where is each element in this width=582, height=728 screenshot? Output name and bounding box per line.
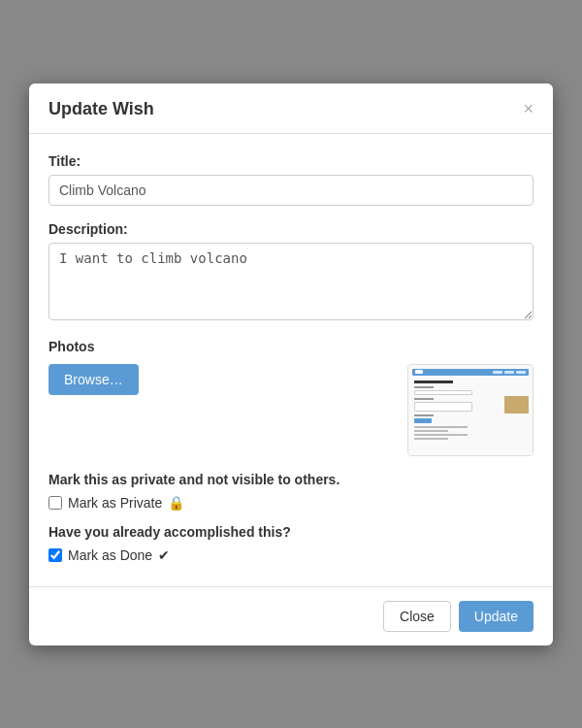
- mini-line-4: [414, 438, 448, 440]
- mini-link-2: [504, 371, 514, 374]
- accomplished-label: Have you already accomplished this?: [48, 524, 534, 540]
- mini-content: [412, 379, 529, 444]
- mini-text-lines: [414, 426, 527, 440]
- update-button[interactable]: Update: [459, 601, 534, 632]
- mini-line-2: [414, 430, 448, 432]
- mini-field-label-1: [414, 386, 434, 388]
- mini-line-3: [414, 434, 468, 436]
- title-input[interactable]: [48, 175, 534, 206]
- close-button[interactable]: Close: [383, 601, 451, 632]
- photos-row: Browse…: [48, 364, 534, 456]
- private-label: Mark this as private and not visible to …: [48, 472, 534, 487]
- private-checkbox[interactable]: [48, 496, 62, 510]
- checkmark-icon: ✔: [158, 547, 170, 563]
- private-checkbox-row: Mark as Private 🔒: [48, 495, 534, 511]
- mini-nav: [493, 371, 526, 374]
- browse-button[interactable]: Browse…: [48, 364, 139, 395]
- modal-title: Update Wish: [48, 99, 154, 119]
- private-checkbox-label: Mark as Private: [68, 495, 162, 511]
- description-textarea[interactable]: I want to climb volcano: [48, 243, 534, 320]
- update-wish-modal: Update Wish × Title: Description: I want…: [29, 83, 553, 645]
- mini-field-label-2: [414, 398, 434, 400]
- mini-submit-btn: [414, 418, 432, 423]
- mini-field-label-3: [414, 414, 434, 416]
- mini-image: [504, 396, 529, 414]
- mini-link-1: [493, 371, 502, 374]
- mini-logo: [415, 370, 423, 374]
- mini-field-2: [414, 402, 472, 412]
- mini-line-1: [414, 426, 468, 428]
- description-form-group: Description: I want to climb volcano: [48, 221, 534, 323]
- modal-close-button[interactable]: ×: [523, 100, 534, 117]
- mini-header: [412, 369, 529, 376]
- accomplished-checkbox[interactable]: [48, 548, 62, 562]
- title-label: Title:: [48, 153, 534, 169]
- modal-overlay: Update Wish × Title: Description: I want…: [0, 0, 582, 728]
- accomplished-checkbox-row: Mark as Done ✔: [48, 547, 534, 563]
- description-label: Description:: [48, 221, 534, 237]
- photos-label: Photos: [48, 339, 534, 354]
- photos-section: Photos Browse…: [48, 339, 534, 456]
- modal-body: Title: Description: I want to climb volc…: [29, 134, 553, 586]
- private-section: Mark this as private and not visible to …: [48, 472, 534, 511]
- mini-page-title: [414, 381, 453, 383]
- title-form-group: Title:: [48, 153, 534, 206]
- mini-field-1: [414, 390, 472, 395]
- mini-screenshot: [408, 365, 533, 455]
- accomplished-section: Have you already accomplished this? Mark…: [48, 524, 534, 563]
- modal-footer: Close Update: [29, 586, 553, 645]
- mini-link-3: [516, 371, 526, 374]
- photo-thumbnail: [407, 364, 534, 456]
- accomplished-checkbox-label: Mark as Done: [68, 547, 152, 563]
- lock-icon: 🔒: [168, 495, 184, 511]
- modal-header: Update Wish ×: [29, 83, 553, 134]
